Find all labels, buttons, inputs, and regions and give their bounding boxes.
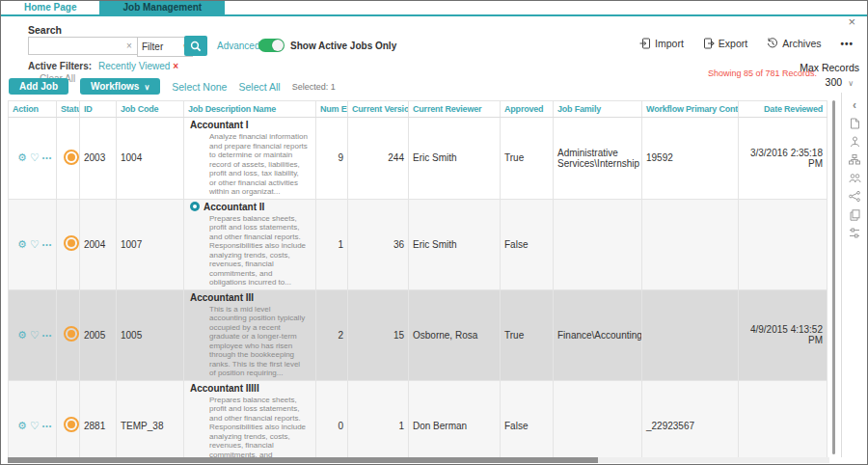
cell-num-ees: 9: [316, 118, 348, 200]
cell-approved: False: [501, 380, 554, 457]
status-icon[interactable]: [64, 417, 79, 432]
cell-num-ees: 1: [316, 199, 348, 289]
search-icon: [190, 41, 202, 52]
workflows-button[interactable]: Workflows∨: [80, 78, 160, 95]
cell-num-ees: 2: [316, 289, 348, 380]
collapse-chevron-icon[interactable]: ‹: [848, 98, 861, 111]
search-button[interactable]: [184, 36, 207, 56]
table-row[interactable]: ⚙ ♡ ••• 2005 1005 Accountant III This is…: [9, 289, 827, 380]
export-button[interactable]: Export: [703, 38, 747, 49]
group-icon[interactable]: [848, 172, 861, 184]
job-description-text: Analyze financial information and prepar…: [188, 130, 312, 197]
col-header-date-reviewed[interactable]: Date Reviewed: [739, 101, 827, 118]
cell-id: 2881: [80, 380, 117, 457]
cell-job-code: 1004: [117, 118, 184, 200]
heart-icon[interactable]: ♡: [30, 330, 40, 341]
add-job-button[interactable]: Add Job: [9, 78, 68, 95]
table-row[interactable]: ⚙ ♡ ••• 2004 1007 Accountant II Prepares…: [9, 199, 827, 289]
import-button[interactable]: Import: [639, 38, 684, 49]
gear-icon[interactable]: ⚙: [17, 421, 27, 431]
cell-current-version: 15: [348, 289, 409, 380]
gear-icon[interactable]: ⚙: [17, 330, 27, 341]
archives-icon: [767, 38, 778, 49]
cell-id: 2004: [80, 199, 117, 289]
row-more-icon[interactable]: •••: [42, 332, 52, 339]
horizontal-scrollbar[interactable]: [8, 457, 829, 463]
cell-current-reviewer: Osborne, Rosa: [409, 289, 501, 380]
job-management-window: Home Page Job Management × Search × Filt…: [0, 0, 868, 465]
copy-icon[interactable]: [848, 208, 861, 221]
row-more-icon[interactable]: •••: [42, 154, 52, 161]
status-icon[interactable]: [64, 235, 79, 251]
status-icon[interactable]: [64, 326, 79, 342]
max-records-select[interactable]: 300∨: [826, 76, 854, 88]
tab-home-page[interactable]: Home Page: [1, 1, 99, 14]
col-header-job-code[interactable]: Job Code: [117, 101, 184, 118]
cell-job-family: Finance\Accounting: [554, 289, 642, 380]
job-title: Accountant III: [188, 292, 312, 303]
archives-button[interactable]: Archives: [767, 38, 821, 49]
job-type-icon: [190, 202, 200, 211]
table-header-row: Action Status ID Job Code Job Descriptio…: [9, 101, 827, 118]
cell-job-code: 1005: [117, 289, 184, 380]
cell-current-version: 36: [348, 199, 409, 289]
col-header-id[interactable]: ID: [80, 101, 117, 118]
col-header-current-reviewer[interactable]: Current Reviewer: [409, 101, 501, 118]
table-row[interactable]: ⚙ ♡ ••• 2003 1004 Accountant I Analyze f…: [9, 118, 827, 200]
document-icon[interactable]: [848, 117, 861, 129]
job-title: Accountant I: [188, 120, 312, 130]
select-none-link[interactable]: Select None: [172, 81, 227, 93]
vertical-scrollbar[interactable]: [832, 100, 835, 454]
cell-job-description: Accountant III This is a mid level accou…: [184, 289, 316, 380]
filter-select-value: Filter: [142, 41, 163, 52]
gear-icon[interactable]: ⚙: [17, 152, 27, 163]
heart-icon[interactable]: ♡: [30, 239, 40, 250]
tab-job-management[interactable]: Job Management: [99, 1, 225, 14]
cell-job-description: Accountant II Prepares balance sheets, p…: [184, 199, 316, 289]
col-header-action[interactable]: Action: [9, 101, 57, 118]
chip-remove-icon[interactable]: ×: [173, 61, 178, 71]
search-clear-icon[interactable]: ×: [126, 41, 132, 51]
job-title: Accountant IIIII: [188, 383, 312, 394]
max-records-label: Max Records: [800, 62, 859, 73]
chevron-down-icon: ∨: [144, 83, 149, 92]
right-rail: ‹: [841, 93, 867, 457]
sliders-icon[interactable]: [848, 227, 861, 239]
cell-workflow-primary-contact: [642, 289, 739, 380]
org-chart-icon[interactable]: [848, 153, 861, 166]
status-icon[interactable]: [64, 150, 79, 165]
gear-icon[interactable]: ⚙: [17, 239, 27, 250]
filter-chip-recently-viewed[interactable]: Recently Viewed×: [98, 61, 178, 71]
header-actions: Import Export Archives •••: [639, 38, 854, 49]
toggle-knob: [272, 40, 284, 51]
col-header-current-version[interactable]: Current Version: [348, 101, 409, 118]
row-actions: ⚙ ♡ •••: [13, 152, 52, 163]
col-header-approved[interactable]: Approved: [501, 101, 554, 118]
network-share-icon[interactable]: [848, 190, 861, 203]
search-label: Search: [28, 24, 62, 36]
show-active-jobs-toggle[interactable]: [258, 39, 285, 52]
more-options-icon[interactable]: •••: [840, 39, 854, 49]
col-header-status[interactable]: Status: [57, 101, 80, 118]
row-actions: ⚙ ♡ •••: [13, 421, 52, 431]
heart-icon[interactable]: ♡: [30, 421, 40, 431]
col-header-job-description-name[interactable]: Job Description Name: [184, 101, 316, 118]
select-all-link[interactable]: Select All: [238, 81, 280, 93]
col-header-job-family[interactable]: Job Family: [554, 101, 642, 118]
cell-date-reviewed: 4/9/2015 4:13:52 PM: [739, 289, 827, 380]
job-description-text: This is a mid level accounting position …: [188, 303, 312, 378]
person-icon[interactable]: [848, 135, 861, 148]
heart-icon[interactable]: ♡: [30, 152, 40, 163]
col-header-num-ees[interactable]: Num EEs: [316, 101, 348, 118]
horizontal-scrollbar-thumb[interactable]: [8, 457, 598, 463]
advanced-link[interactable]: Advanced: [217, 41, 259, 51]
cell-job-code: TEMP_38: [117, 380, 184, 457]
job-description-text: Prepares balance sheets, profit and loss…: [188, 394, 312, 458]
col-header-workflow-primary-contact[interactable]: Workflow Primary Contact: [642, 101, 739, 118]
close-icon[interactable]: ×: [848, 16, 855, 28]
row-more-icon[interactable]: •••: [42, 241, 52, 248]
row-more-icon[interactable]: •••: [42, 423, 52, 429]
table-row[interactable]: ⚙ ♡ ••• 2881 TEMP_38 Accountant IIIII Pr…: [9, 380, 827, 457]
show-active-jobs-label: Show Active Jobs Only: [290, 41, 396, 51]
cell-current-reviewer: Eric Smith: [409, 199, 501, 289]
